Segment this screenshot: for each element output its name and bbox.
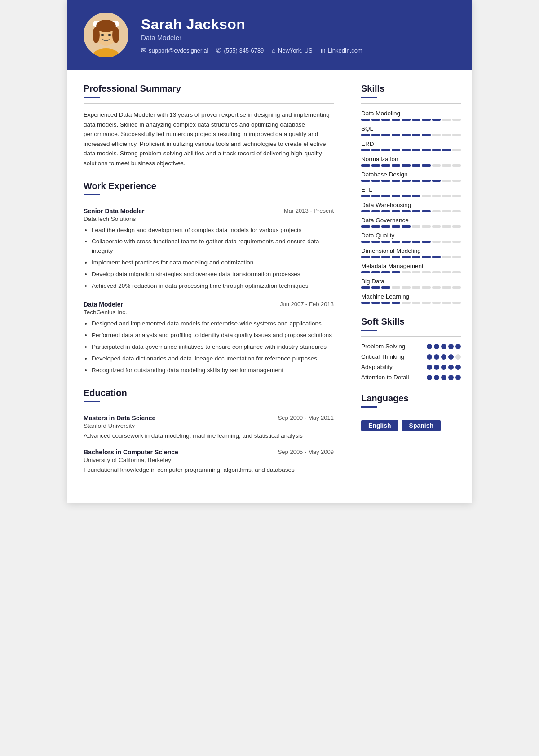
skill-seg <box>371 195 380 197</box>
summary-text: Experienced Data Modeler with 13 years o… <box>84 110 334 168</box>
header-name: Sarah Jackson <box>141 16 455 33</box>
svg-point-8 <box>108 34 111 36</box>
skill-seg <box>422 180 431 182</box>
skill-seg <box>412 210 421 212</box>
linkedin-icon: in <box>321 47 326 54</box>
skill-seg <box>452 210 461 212</box>
edu-desc-1: Foundational knowledge in computer progr… <box>84 466 334 475</box>
skill-seg <box>402 302 411 304</box>
summary-underline <box>84 97 100 98</box>
soft-dot <box>455 375 461 380</box>
skill-seg <box>361 210 370 212</box>
skill-name-10: Metadata Management <box>361 263 461 269</box>
skill-name-5: ETL <box>361 186 461 193</box>
skill-seg <box>422 241 431 243</box>
skill-seg <box>452 119 461 121</box>
skill-seg <box>452 256 461 258</box>
skill-bar-5 <box>361 195 461 197</box>
skill-seg <box>412 271 421 273</box>
skill-seg <box>412 134 421 136</box>
languages-underline <box>361 406 377 408</box>
skill-bar-4 <box>361 180 461 182</box>
skill-seg <box>381 119 390 121</box>
skill-seg <box>381 286 390 289</box>
soft-skill-2: Adaptability <box>361 364 461 370</box>
email-text: support@cvdesigner.ai <box>149 47 208 54</box>
skill-seg <box>442 302 451 304</box>
edu-date-0: Sep 2009 - May 2011 <box>278 414 334 421</box>
skill-seg <box>402 256 411 258</box>
skill-seg <box>442 134 451 136</box>
bullet: Implement best practices for data modeli… <box>92 258 334 268</box>
skill-seg <box>412 286 421 289</box>
soft-skill-0: Problem Solving <box>361 343 461 350</box>
soft-dot <box>441 354 446 360</box>
skill-seg <box>402 164 411 167</box>
soft-skill-dots-3 <box>427 375 461 380</box>
skill-5: ETL <box>361 186 461 197</box>
skill-8: Data Quality <box>361 232 461 243</box>
skill-seg <box>402 210 411 212</box>
skill-seg <box>422 164 431 167</box>
skill-seg <box>361 225 370 228</box>
skill-seg <box>422 302 431 304</box>
skill-seg <box>371 256 380 258</box>
skill-1: SQL <box>361 125 461 136</box>
skill-seg <box>422 134 431 136</box>
soft-dot <box>427 365 432 370</box>
skill-name-11: Big Data <box>361 278 461 285</box>
skill-seg <box>402 286 411 289</box>
skill-3: Normalization <box>361 156 461 167</box>
soft-skill-name-2: Adaptability <box>361 364 393 370</box>
skill-seg <box>442 286 451 289</box>
skill-bar-0 <box>361 119 461 121</box>
skill-seg <box>392 241 401 243</box>
phone-text: (555) 345-6789 <box>224 47 264 54</box>
skill-seg <box>381 302 390 304</box>
side-column: Skills Data Modeling SQL ERD Normalizati… <box>350 70 472 460</box>
job-date-0: Mar 2013 - Present <box>284 207 334 214</box>
job-title-1: Data Modeler <box>84 301 123 308</box>
edu-1: Bachelors in Computer Science Sep 2005 -… <box>84 448 334 475</box>
soft-dot <box>434 365 439 370</box>
skill-seg <box>381 195 390 197</box>
soft-dot <box>448 344 454 349</box>
edu-desc-0: Advanced coursework in data modeling, ma… <box>84 431 334 440</box>
skills-title: Skills <box>361 84 461 94</box>
skill-seg <box>452 164 461 167</box>
skill-6: Data Warehousing <box>361 202 461 212</box>
header-contact-phone: ✆(555) 345-6789 <box>216 47 264 54</box>
skill-seg <box>452 271 461 273</box>
soft-skill-dots-2 <box>427 365 461 370</box>
svg-point-7 <box>101 34 104 36</box>
soft-dot <box>434 344 439 349</box>
svg-point-4 <box>96 20 116 32</box>
skill-seg <box>371 286 380 289</box>
skill-seg <box>412 119 421 121</box>
edu-degree-1: Bachelors in Computer Science <box>84 448 178 456</box>
soft-dot <box>427 375 432 380</box>
job-bullets-1: Designed and implemented data models for… <box>84 319 334 375</box>
skill-bar-2 <box>361 149 461 151</box>
skill-seg <box>361 195 370 197</box>
bullet: Develop data migration strategies and ov… <box>92 270 334 279</box>
header-info: Sarah Jackson Data Modeler ✉support@cvde… <box>141 16 455 54</box>
soft-skills-section: Soft Skills Problem Solving Critical Thi… <box>361 316 461 381</box>
soft-dot <box>455 365 461 370</box>
skill-seg <box>432 164 441 167</box>
skills-underline <box>361 97 377 98</box>
skill-name-3: Normalization <box>361 156 461 163</box>
soft-skill-dots-0 <box>427 344 461 349</box>
job-header-1: Data Modeler Jun 2007 - Feb 2013 <box>84 301 334 308</box>
job-date-1: Jun 2007 - Feb 2013 <box>280 301 334 308</box>
skill-name-4: Database Design <box>361 171 461 178</box>
languages-title: Languages <box>361 393 461 404</box>
skill-seg <box>452 149 461 151</box>
soft-dot <box>448 375 454 380</box>
skill-seg <box>361 271 370 273</box>
svg-point-5 <box>93 27 100 43</box>
soft-skill-name-3: Attention to Detail <box>361 374 409 381</box>
skill-name-7: Data Governance <box>361 217 461 224</box>
soft-dot <box>441 375 446 380</box>
skill-seg <box>432 271 441 273</box>
